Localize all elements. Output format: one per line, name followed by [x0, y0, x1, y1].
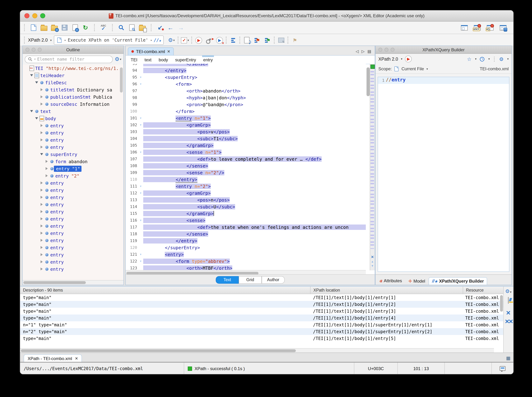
- expand-icon[interactable]: [39, 131, 44, 134]
- collapse-icon[interactable]: [34, 81, 39, 84]
- fold-toggle-icon[interactable]: ▿: [138, 251, 143, 258]
- code-line[interactable]: 116 ▿ <sense>: [126, 217, 366, 224]
- expand-icon[interactable]: [39, 217, 44, 220]
- editor-list-icon[interactable]: ▤: [367, 49, 371, 54]
- outline-tree-item[interactable]: formabandon: [23, 158, 123, 165]
- collapse-icon[interactable]: [29, 110, 34, 112]
- expand-icon[interactable]: [39, 253, 44, 256]
- debug-xquery-icon[interactable]: XQ: [486, 24, 494, 31]
- fold-toggle-icon[interactable]: ▿: [138, 74, 143, 81]
- outline-tree-item[interactable]: entry: [23, 251, 123, 258]
- result-row[interactable]: type="main" /TEI[1]/text[1]/body[1]/entr…: [20, 301, 504, 308]
- code-line[interactable]: 104 <subc>T1</subc>: [126, 135, 366, 142]
- find-replace-icon[interactable]: [117, 24, 125, 31]
- expand-icon[interactable]: [39, 189, 44, 192]
- panel-layout-icon[interactable]: ▦: [506, 355, 513, 362]
- view-button-author[interactable]: Author: [262, 276, 285, 284]
- code-line[interactable]: 121 ▿ <entry>: [126, 251, 366, 258]
- remove-result-icon[interactable]: ✕: [505, 310, 512, 316]
- outline-tree-item[interactable]: entry: [23, 136, 123, 143]
- outline-tree-item[interactable]: entry: [23, 215, 123, 222]
- builder-header[interactable]: XPath/XQuery Builder: [375, 46, 512, 54]
- expand-icon[interactable]: [39, 138, 44, 141]
- builder-tab[interactable]: aAttributes: [377, 277, 405, 285]
- debug-xslt-icon[interactable]: XSLT: [473, 24, 481, 31]
- outline-tree-item[interactable]: entry: [23, 186, 123, 194]
- database-perspective-icon[interactable]: [499, 24, 507, 31]
- expand-icon[interactable]: [39, 224, 44, 227]
- expand-icon[interactable]: [39, 95, 44, 98]
- new-document-icon[interactable]: [29, 24, 37, 31]
- fold-toggle-icon[interactable]: ▿: [138, 258, 143, 265]
- code-line[interactable]: 107 <def>to leave completely and for eve…: [126, 156, 366, 162]
- outline-tree-item[interactable]: fileDesc: [23, 79, 123, 86]
- outline-horizontal-scrollbar[interactable]: [23, 280, 123, 285]
- prev-marker-icon[interactable]: ▲: [370, 260, 375, 263]
- expand-icon[interactable]: [39, 203, 44, 206]
- code-line[interactable]: 100 </form>: [126, 108, 366, 115]
- code-line[interactable]: 93 </sense>: [126, 64, 366, 67]
- view-button-grid[interactable]: Grid: [239, 276, 262, 284]
- breadcrumb-item-text[interactable]: text: [145, 57, 152, 62]
- clear-markers-icon[interactable]: ✕: [370, 255, 375, 259]
- result-row[interactable]: type="main" /TEI[1]/text[1]/body[1]/entr…: [20, 335, 504, 342]
- builder-version-dropdown[interactable]: XPath 2.0: [378, 56, 398, 62]
- editor-vertical-scrollbar[interactable]: [367, 68, 370, 96]
- element-name-filter-input[interactable]: ˅ Element name filter: [25, 56, 113, 63]
- outline-tree-item[interactable]: entry: [23, 258, 123, 265]
- outline-tree-item[interactable]: entry: [23, 179, 123, 186]
- expand-icon[interactable]: [39, 181, 44, 184]
- configure-transformation-icon[interactable]: [205, 36, 213, 44]
- outline-tree-item[interactable]: entry: [23, 143, 123, 151]
- collapse-icon[interactable]: [29, 74, 34, 76]
- outline-tree-item[interactable]: entry"2": [23, 172, 123, 179]
- zoom-window-button[interactable]: [40, 13, 45, 18]
- code-line[interactable]: 117 <def>the state when one's feelings a…: [126, 224, 366, 231]
- xpath-expression-editor[interactable]: 1 //entry: [378, 77, 509, 272]
- execute-xpath-button[interactable]: ▶: [405, 56, 412, 62]
- code-line[interactable]: 123 <orth>MTBF</orth>: [126, 265, 366, 270]
- code-line[interactable]: 96 ▿ <form>: [126, 81, 366, 87]
- outline-tree-item[interactable]: entry: [23, 194, 123, 201]
- fold-toggle-icon[interactable]: ▿: [138, 217, 143, 224]
- open-url-icon[interactable]: [50, 24, 58, 31]
- outline-tree-item[interactable]: teiHeader: [23, 72, 123, 79]
- code-line[interactable]: 95 ▿ <superEntry>: [126, 74, 366, 81]
- results-settings-button[interactable]: ⚙▾: [505, 288, 512, 294]
- apply-transformation-icon[interactable]: ▶: [195, 36, 203, 44]
- code-line[interactable]: 109 <sense n="2"/>: [126, 169, 366, 176]
- builder-tab[interactable]: ✛Model: [405, 278, 428, 285]
- xpath-version-dropdown[interactable]: XPath 2.0: [28, 38, 48, 43]
- next-marker-icon[interactable]: ▼: [370, 265, 375, 267]
- close-tab-icon[interactable]: ✕: [75, 356, 78, 360]
- next-editor-icon[interactable]: ▷: [361, 49, 365, 54]
- settings-gear-icon[interactable]: ⚙▾: [167, 36, 175, 44]
- find-in-files-icon[interactable]: [128, 24, 136, 31]
- xpath-builder-shortcut-icon[interactable]: //★: [154, 38, 161, 43]
- spell-check-icon[interactable]: ABC✓: [99, 24, 107, 31]
- expand-icon[interactable]: [44, 160, 49, 163]
- code-line[interactable]: 118 </sense>: [126, 231, 366, 237]
- collapse-icon[interactable]: [39, 153, 44, 155]
- occurrence-markers[interactable]: [370, 71, 374, 249]
- outline-tree-item[interactable]: entry: [23, 244, 123, 251]
- outline-header[interactable]: Outline: [23, 46, 123, 54]
- gear-icon[interactable]: ⚙: [499, 56, 504, 62]
- expand-icon[interactable]: [39, 88, 44, 91]
- results-vertical-scrollbar[interactable]: [500, 295, 503, 312]
- code-line[interactable]: 102 ▿ <gramGrp>: [126, 122, 366, 128]
- code-line[interactable]: 101 ▿ <entry n="1">: [126, 115, 366, 122]
- code-line[interactable]: 99 <pron>@"band@n</pron>: [126, 101, 366, 108]
- format-indent-icon[interactable]: [229, 36, 237, 44]
- outline-tree-item[interactable]: entry: [23, 201, 123, 208]
- favorites-star-icon[interactable]: ☆: [467, 56, 472, 62]
- fold-toggle-icon[interactable]: ▿: [138, 190, 143, 197]
- column-header-description[interactable]: Description - 90 items: [20, 286, 310, 294]
- forward-icon[interactable]: →: [177, 24, 185, 31]
- review-edit-icon[interactable]: ✎: [277, 36, 285, 44]
- result-row[interactable]: n="1" type="main" /TEI[1]/text[1]/body[1…: [20, 321, 504, 328]
- code-line[interactable]: 97 <orth>abandon</orth>: [126, 87, 366, 94]
- outline-tree-item[interactable]: titleStmtDictionary sa: [23, 86, 123, 93]
- close-window-button[interactable]: [24, 13, 29, 18]
- debug-transformation-icon[interactable]: ▶✕: [215, 36, 223, 44]
